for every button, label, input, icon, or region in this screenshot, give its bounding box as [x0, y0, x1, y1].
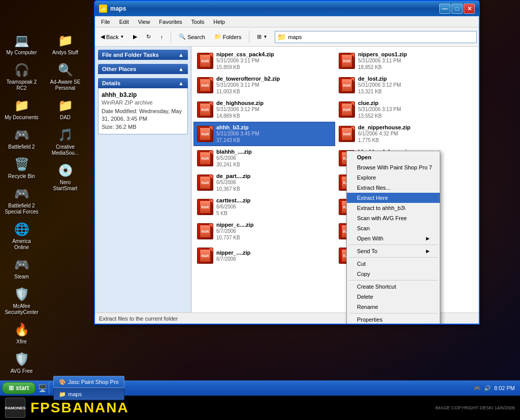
ctx-item-15[interactable]: Create Shortcut [347, 282, 440, 292]
ctx-item-3[interactable]: Extract files... [347, 183, 440, 193]
battlefield-sf-icon: 🎮 [14, 186, 30, 202]
battlefield2-icon: 🎮 [14, 127, 30, 143]
taskbar-item-jasc-paint-shop-pro[interactable]: 🎨Jasc Paint Shop Pro [53, 376, 124, 388]
close-button[interactable]: ✕ [464, 4, 475, 14]
fps-logo: FPSBANANA [30, 400, 129, 416]
ctx-separator-11 [349, 257, 438, 258]
file-icon-2: RAR [197, 77, 213, 93]
steam-tray-icon: 🎮 [474, 385, 481, 392]
file-item[interactable]: RAR nipper_....zip 6/7/2006 [193, 243, 335, 268]
andys-stuff-label: Andys Stuff [52, 50, 78, 56]
file-item[interactable]: RAR carttest....zip 6/6/20065 KB [193, 195, 335, 219]
file-item[interactable]: RAR de_part....zip 6/5/200610,367 KB [193, 170, 335, 195]
ctx-item-17[interactable]: Rename [347, 302, 440, 312]
ctx-item-2[interactable]: Explore [347, 172, 440, 183]
desktop-icon-mcafee[interactable]: 🛡️ McAfee SecurityCenter [3, 284, 41, 318]
file-icon-4: RAR [197, 101, 213, 118]
ctx-item-7[interactable]: Scan [347, 223, 440, 233]
up-button[interactable]: ↑ [156, 32, 167, 42]
file-details-14: nipper_c....zip 6/7/200610,737 KB [216, 222, 332, 241]
file-details-0: nipper_css_pack4.zip 5/31/2006 3:11 PM15… [216, 51, 332, 71]
menu-item-view[interactable]: View [134, 18, 154, 26]
desktop-icon-nero[interactable]: 💿 Nero StartSmart [46, 160, 84, 194]
ctx-item-19[interactable]: Properties [347, 314, 440, 325]
file-name-5: clue.zip [358, 100, 473, 106]
steam-label: Steam [14, 274, 29, 280]
minimize-button[interactable]: — [439, 4, 450, 14]
menu-item-help[interactable]: Help [209, 18, 229, 26]
america-online-label: America Online [5, 238, 39, 251]
desktop-icon-teamspeak[interactable]: 🎧 Teamspeak 2 RC2 [3, 60, 41, 93]
other-places-header[interactable]: Other Places ▲ [98, 64, 188, 74]
details-date-label: Date Modified: [102, 108, 139, 114]
toolbar-separator-2 [249, 31, 249, 43]
file-item[interactable]: RAR nipper_c....zip 6/7/200610,737 KB [193, 219, 335, 243]
file-item[interactable]: RAR nipper_css_pack4.zip 5/31/2006 3:11 … [193, 49, 335, 73]
file-name-10: de_part....zip [216, 173, 332, 179]
ctx-item-6[interactable]: Scan with AVG Free [347, 213, 440, 223]
desktop-icon-creative-media[interactable]: 🎵 Creative MediaSou... [46, 125, 84, 158]
forward-button[interactable]: ▶ [129, 31, 141, 42]
file-meta-0: 5/31/2006 3:11 PM15,859 KB [216, 57, 332, 71]
file-item[interactable]: RAR blahhh_....zip 6/5/200630,241 KB [193, 146, 335, 170]
ctx-item-10[interactable]: Send To▶ [347, 246, 440, 256]
ctx-item-8[interactable]: Open With▶ [347, 233, 440, 243]
ctx-item-12[interactable]: Cut [347, 259, 440, 269]
desktop-icon-dad[interactable]: 📁 DAD [46, 95, 84, 123]
desktop-icon-andys-stuff[interactable]: 📁 Andys Stuff [46, 30, 84, 58]
ql-desktop-icon[interactable]: 🖥️ [38, 383, 47, 393]
ctx-item-13[interactable]: Copy [347, 269, 440, 279]
desktop-icon-my-documents[interactable]: 📁 My Documents [3, 95, 41, 123]
ctx-item-4[interactable]: Extract Here [347, 193, 440, 203]
ctx-item-16[interactable]: Delete [347, 292, 440, 302]
desktop-icon-xfire[interactable]: 🔥 Xfire [3, 320, 41, 347]
back-icon: ◀ [101, 33, 105, 40]
address-icon: 📁 [277, 33, 286, 41]
desktop-icon-recycle-bin[interactable]: 🗑️ Recycle Bin [3, 154, 41, 182]
refresh-button[interactable]: ↻ [143, 31, 154, 42]
file-item[interactable]: RAR de_highhouse.zip 5/31/2006 3:12 PM14… [193, 97, 335, 122]
window-title: maps [110, 5, 126, 12]
file-icon-8: RAR [197, 150, 213, 166]
ctx-label-1: Browse With Paint Shop Pro 7 [357, 164, 432, 170]
folders-button[interactable]: 📁 Folders [211, 31, 245, 42]
views-button[interactable]: ⊞ ▼ [253, 31, 271, 42]
start-button[interactable]: ⊞ start [2, 382, 36, 394]
file-item[interactable]: RAR clue.zip 5/31/2006 3:13 PM13,552 KB [335, 97, 477, 122]
ctx-item-0[interactable]: Open [347, 152, 440, 162]
desktop-icon-america-online[interactable]: 🌐 America Online [3, 219, 41, 253]
file-item[interactable]: RAR ahhh_b3.zip 5/31/2006 3:45 PM37,143 … [193, 122, 335, 146]
menu-item-tools[interactable]: Tools [187, 18, 209, 26]
xfire-label: Xfire [16, 339, 27, 345]
ctx-label-10: Send To [357, 248, 377, 254]
menu-item-favorites[interactable]: Favorites [155, 18, 186, 26]
desktop-icon-my-computer[interactable]: 💻 My Computer [3, 30, 41, 58]
andys-stuff-icon: 📁 [57, 32, 74, 49]
file-item[interactable]: RAR de_lost.zip 5/31/2006 3:12 PM13,321 … [335, 73, 477, 97]
search-button[interactable]: 🔍 Search [175, 31, 209, 42]
ctx-item-1[interactable]: Browse With Paint Shop Pro 7 [347, 162, 440, 172]
file-item[interactable]: RAR de_towerofterror_b2.zip 5/31/2006 3:… [193, 73, 335, 97]
desktop-icon-avg-free[interactable]: 🛡️ AVG Free [3, 349, 41, 376]
ctx-label-8: Open With [357, 235, 383, 241]
file-item[interactable]: RAR de_nipperhouse.zip 6/1/2006 4:32 PM1… [335, 122, 477, 146]
folders-label: Folders [223, 34, 242, 40]
ctx-label-5: Extract to ahhh_b3\ [357, 205, 405, 211]
maximize-button[interactable]: □ [451, 4, 463, 14]
desktop-icon-battlefield-sf[interactable]: 🎮 Battlefield 2 Special Forces [3, 184, 41, 217]
file-item[interactable]: RAR nippers_opus1.zip 5/31/2006 3:11 PM1… [335, 49, 477, 73]
ctx-item-5[interactable]: Extract to ahhh_b3\ [347, 203, 440, 213]
desktop-icon-battlefield2[interactable]: 🎮 Battlefield 2 [3, 125, 41, 152]
taskbar-item-maps[interactable]: 📁maps [53, 388, 124, 400]
menu-item-file[interactable]: File [97, 18, 114, 26]
my-computer-label: My Computer [6, 50, 37, 56]
menu-item-edit[interactable]: Edit [115, 18, 133, 26]
details-header[interactable]: Details ▲ [98, 78, 188, 88]
file-folder-tasks-header[interactable]: File and Folder Tasks ▲ [98, 50, 188, 60]
file-meta-12: 6/6/20065 KB [216, 203, 332, 217]
back-button[interactable]: ◀ Back ▼ [97, 31, 127, 42]
desktop-icon-steam[interactable]: 🎮 Steam [3, 255, 41, 282]
back-dropdown-icon[interactable]: ▼ [120, 34, 124, 39]
desktop-icon-ad-aware[interactable]: 🔍 Ad-Aware SE Personal [46, 60, 84, 93]
file-details-2: de_towerofterror_b2.zip 5/31/2006 3:11 P… [216, 76, 332, 95]
